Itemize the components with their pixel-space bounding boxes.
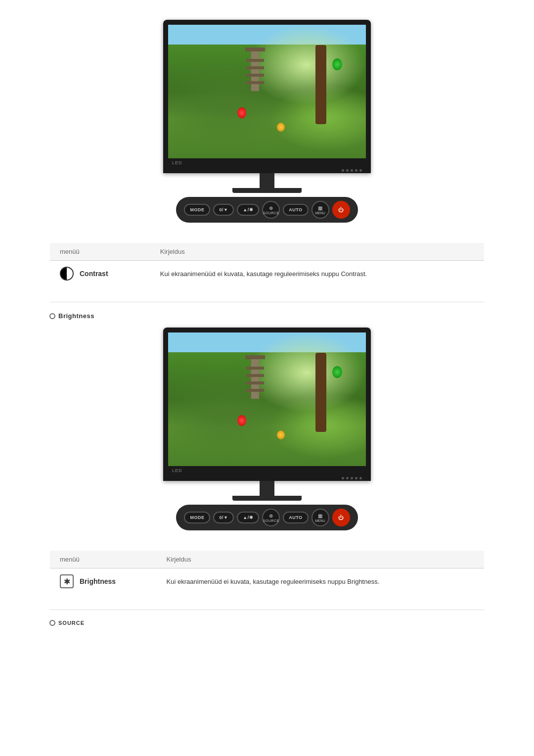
source-icon-1: ⊕ <box>269 205 273 211</box>
mode-button-2[interactable]: MODE <box>184 512 210 523</box>
menu-icon-1: ▦ <box>318 205 322 211</box>
power-button-1[interactable]: ⏻ <box>332 201 350 219</box>
monitor-bottom-bar-1: LED <box>168 158 366 167</box>
contrast-label: Contrast <box>80 270 108 278</box>
table2-col1-header: menüü <box>50 551 157 568</box>
auto-button-1[interactable]: AUTO <box>283 204 308 216</box>
down-button-2[interactable]: 0/▼ <box>213 512 234 523</box>
indicator-dot-5 <box>359 169 362 172</box>
indicator-dot-6 <box>342 477 344 479</box>
monitor-bottom-bar-2: LED <box>168 466 366 475</box>
indicator-dot-8 <box>351 477 353 479</box>
lantern-yellow-1 <box>277 123 285 132</box>
pagoda-2 <box>251 359 259 399</box>
brightness-heading-label: Brightness <box>58 312 94 320</box>
brightness-label: Brightness <box>80 577 116 585</box>
monitor-stand-neck-1 <box>260 173 274 188</box>
source-heading-label: SOURCE <box>58 620 85 626</box>
contrast-icon-cell: Contrast <box>60 267 140 281</box>
monitor-illustration-2: LED MODE 0/▼ ▲/✱ ⊕ SOURCE AUTO ▦ MENU <box>49 328 485 530</box>
contrast-table: menüü Kirjeldus Contrast Kui ekraanimenü… <box>49 242 485 287</box>
indicator-dot-4 <box>355 169 357 172</box>
up-button-2[interactable]: ▲/✱ <box>237 512 259 523</box>
lantern-red-1 <box>237 107 246 118</box>
lantern-green-2 <box>332 366 342 378</box>
source-icon-2: ⊕ <box>269 513 273 519</box>
brightness-icon: ✱ <box>60 574 74 588</box>
divider-1 <box>49 302 485 302</box>
garden-scene-1 <box>168 25 366 158</box>
monitor-screen-2 <box>168 332 366 466</box>
menu-label-2: MENU <box>315 519 325 522</box>
source-button-2[interactable]: ⊕ SOURCE <box>262 509 280 526</box>
source-label-2: SOURCE <box>263 519 279 522</box>
lantern-green-1 <box>332 58 342 70</box>
table2-col2-header: Kirjeldus <box>157 551 485 568</box>
source-label-1: SOURCE <box>263 211 279 215</box>
monitor-indicator-bar-2 <box>168 475 366 481</box>
brightness-dot <box>49 313 55 319</box>
monitor-screen-1 <box>168 25 366 158</box>
brightness-table: menüü Kirjeldus ✱ Brightness Kui ekraani… <box>49 550 485 595</box>
source-button-1[interactable]: ⊕ SOURCE <box>262 201 280 219</box>
menu-label-1: MENU <box>315 211 325 215</box>
monitor-stand-base-1 <box>232 188 302 193</box>
monitor-stand-base-2 <box>232 496 302 501</box>
tree-trunk-2 <box>315 353 326 432</box>
monitor-button-row-1: MODE 0/▼ ▲/✱ ⊕ SOURCE AUTO ▦ MENU ⏻ <box>176 197 357 223</box>
table1-col2-header: Kirjeldus <box>150 243 485 261</box>
contrast-row-label-cell: Contrast <box>50 261 150 287</box>
down-button-1[interactable]: 0/▼ <box>213 204 234 216</box>
indicator-dot-7 <box>346 477 349 479</box>
tree-trunk-1 <box>315 45 326 124</box>
brightness-description: Kui ekraanimenüüd ei kuvata, kasutage re… <box>157 568 485 595</box>
power-button-2[interactable]: ⏻ <box>332 509 350 526</box>
table1-col1-header: menüü <box>50 243 150 261</box>
brightness-icon-cell: ✱ Brightness <box>60 574 147 588</box>
mode-button-1[interactable]: MODE <box>184 204 210 216</box>
indicator-dot-3 <box>351 169 353 172</box>
menu-button-1[interactable]: ▦ MENU <box>312 201 329 219</box>
contrast-icon <box>60 267 74 281</box>
brightness-row-label-cell: ✱ Brightness <box>50 568 157 595</box>
lantern-yellow-2 <box>277 430 285 439</box>
pagoda-1 <box>251 51 259 91</box>
monitor-button-row-2: MODE 0/▼ ▲/✱ ⊕ SOURCE AUTO ▦ MENU ⏻ <box>176 505 357 530</box>
led-label-2: LED <box>172 468 182 473</box>
garden-scene-2 <box>168 332 366 466</box>
monitor-illustration-1: LED MODE 0/▼ ▲/✱ ⊕ SOURCE AUTO ▦ MENU <box>49 20 485 223</box>
indicator-dot-1 <box>342 169 344 172</box>
monitor-frame-1: LED <box>163 20 371 173</box>
menu-icon-2: ▦ <box>318 513 322 519</box>
lantern-red-2 <box>237 415 246 426</box>
up-button-1[interactable]: ▲/✱ <box>237 204 259 216</box>
indicator-dot-9 <box>355 477 357 479</box>
indicator-dot-2 <box>346 169 349 172</box>
source-dot <box>49 620 55 626</box>
contrast-description: Kui ekraanimenüüd ei kuvata, kasutage re… <box>150 261 485 287</box>
table-row: ✱ Brightness Kui ekraanimenüüd ei kuvata… <box>50 568 485 595</box>
auto-button-2[interactable]: AUTO <box>283 512 308 523</box>
source-section-heading: SOURCE <box>49 620 485 626</box>
indicator-dot-10 <box>359 477 362 479</box>
monitor-frame-2: LED <box>163 328 371 481</box>
brightness-section-heading: Brightness <box>49 312 485 320</box>
table-row: Contrast Kui ekraanimenüüd ei kuvata, ka… <box>50 261 485 287</box>
menu-button-2[interactable]: ▦ MENU <box>312 509 329 526</box>
divider-2 <box>49 610 485 610</box>
led-label-1: LED <box>172 160 182 165</box>
monitor-stand-neck-2 <box>260 481 274 496</box>
monitor-indicator-bar-1 <box>168 167 366 173</box>
